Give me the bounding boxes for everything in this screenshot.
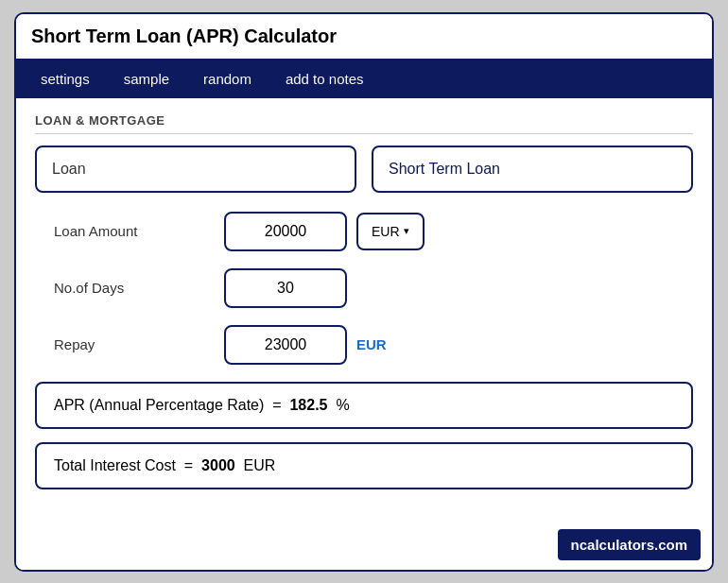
loan-amount-input[interactable]: [224, 212, 347, 251]
loan-type-short-term[interactable]: Short Term Loan: [372, 146, 693, 193]
repay-input[interactable]: [224, 325, 347, 365]
calculator-title: Short Term Loan (APR) Calculator: [31, 26, 337, 46]
apr-value: 182.5: [289, 397, 327, 413]
brand-badge: ncalculators.com: [558, 529, 701, 560]
apr-result-box: APR (Annual Percentage Rate) = 182.5 %: [35, 382, 693, 429]
no-of-days-label: No.of Days: [35, 280, 224, 296]
footer: ncalculators.com: [16, 522, 712, 570]
calculator-container: Short Term Loan (APR) Calculator setting…: [14, 12, 714, 572]
interest-result-box: Total Interest Cost = 3000 EUR: [35, 442, 693, 489]
loan-amount-row: Loan Amount EUR ▾: [35, 212, 693, 251]
loan-type-row: Loan Short Term Loan: [35, 146, 693, 193]
apr-unit: %: [336, 397, 349, 413]
nav-random[interactable]: random: [186, 60, 269, 98]
currency-dropdown-label: EUR: [372, 224, 400, 239]
interest-unit: EUR: [244, 457, 276, 473]
repay-row: Repay EUR: [35, 325, 693, 365]
loan-type-loan[interactable]: Loan: [35, 146, 356, 193]
loan-amount-label: Loan Amount: [35, 223, 224, 239]
section-label: LOAN & MORTGAGE: [35, 113, 693, 134]
interest-value: 3000: [201, 457, 235, 473]
nav-settings[interactable]: settings: [24, 60, 107, 98]
no-of-days-input[interactable]: [224, 268, 347, 308]
no-of-days-row: No.of Days: [35, 268, 693, 308]
apr-label: APR (Annual Percentage Rate): [54, 397, 264, 413]
content-area: LOAN & MORTGAGE Loan Short Term Loan Loa…: [16, 98, 712, 522]
nav-bar: settings sample random add to notes: [16, 60, 712, 98]
interest-label: Total Interest Cost: [54, 457, 176, 473]
chevron-down-icon: ▾: [404, 225, 409, 237]
repay-currency-label: EUR: [356, 336, 387, 352]
nav-sample[interactable]: sample: [107, 60, 186, 98]
currency-dropdown-button[interactable]: EUR ▾: [356, 213, 425, 250]
title-bar: Short Term Loan (APR) Calculator: [16, 14, 712, 60]
interest-equals: =: [184, 457, 193, 473]
nav-add-to-notes[interactable]: add to notes: [269, 60, 381, 98]
repay-label: Repay: [35, 336, 224, 352]
apr-equals: =: [272, 397, 281, 413]
